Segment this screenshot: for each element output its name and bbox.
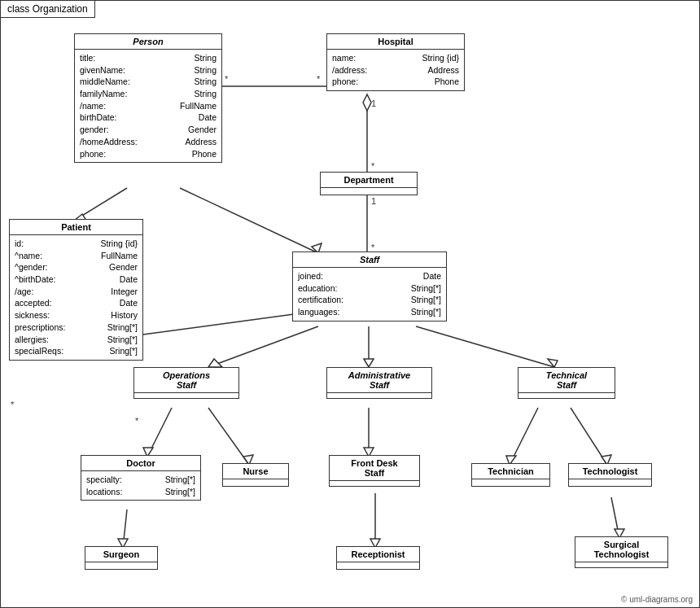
front-desk-staff-name: Front DeskStaff <box>330 456 419 481</box>
staff-name: Staff <box>293 252 446 268</box>
administrative-staff-name: AdministrativeStaff <box>327 368 431 393</box>
technician-class: Technician <box>471 463 550 487</box>
technologist-class: Technologist <box>568 463 652 487</box>
patient-class: Patient id:String {id} ^name:FullName ^g… <box>9 219 143 361</box>
svg-marker-21 <box>548 359 558 367</box>
svg-text:*: * <box>225 74 229 84</box>
svg-line-30 <box>571 408 607 465</box>
nurse-name: Nurse <box>223 464 288 479</box>
svg-line-20 <box>416 326 554 367</box>
technologist-name: Technologist <box>569 464 651 479</box>
svg-text:*: * <box>135 416 139 426</box>
svg-line-28 <box>510 408 538 465</box>
patient-attrs: id:String {id} ^name:FullName ^gender:Ge… <box>10 235 142 360</box>
operations-staff-class: OperationsStaff <box>133 367 239 399</box>
front-desk-staff-class: Front DeskStaff <box>329 455 420 487</box>
doctor-class: Doctor specialty:String[*] locations:Str… <box>81 455 201 501</box>
staff-class: Staff joined:Date education:String[*] ce… <box>292 252 447 321</box>
technician-attrs <box>472 479 549 486</box>
svg-text:1: 1 <box>371 98 376 108</box>
technical-staff-attrs <box>518 393 615 398</box>
surgical-technologist-attrs <box>575 562 667 567</box>
doctor-attrs: specialty:String[*] locations:String[*] <box>81 471 200 500</box>
technician-name: Technician <box>472 464 549 479</box>
receptionist-class: Receptionist <box>336 546 420 570</box>
operations-staff-attrs <box>134 393 238 398</box>
surgeon-attrs <box>85 562 157 569</box>
nurse-class: Nurse <box>222 463 289 487</box>
hospital-class: Hospital name:String {id} /address:Addre… <box>326 33 465 91</box>
department-class: Department <box>320 172 418 195</box>
copyright: © uml-diagrams.org <box>621 595 693 604</box>
staff-attrs: joined:Date education:String[*] certific… <box>293 268 446 321</box>
svg-line-16 <box>208 326 318 367</box>
svg-line-24 <box>208 408 249 465</box>
svg-marker-17 <box>208 359 222 367</box>
technologist-attrs <box>569 479 651 486</box>
person-class: Person title:String givenName:String mid… <box>74 33 222 163</box>
technical-staff-class: TechnicalStaff <box>518 367 615 399</box>
receptionist-attrs <box>337 562 419 569</box>
person-attrs: title:String givenName:String middleName… <box>75 50 221 162</box>
svg-text:*: * <box>317 74 321 84</box>
surgeon-class: Surgeon <box>85 546 158 570</box>
administrative-staff-class: AdministrativeStaff <box>326 367 432 399</box>
surgical-technologist-name: SurgicalTechnologist <box>575 537 667 562</box>
technical-staff-name: TechnicalStaff <box>518 368 615 393</box>
department-name: Department <box>321 173 417 188</box>
diagram-container: class Organization * * 1 * 1 * * <box>0 0 700 608</box>
svg-line-12 <box>180 188 318 253</box>
svg-text:*: * <box>371 161 375 171</box>
person-name: Person <box>75 34 221 50</box>
surgical-technologist-class: SurgicalTechnologist <box>575 536 668 568</box>
front-desk-staff-attrs <box>330 481 419 486</box>
patient-name: Patient <box>10 220 142 235</box>
hospital-attrs: name:String {id} /address:Address phone:… <box>327 50 464 90</box>
nurse-attrs <box>223 479 288 486</box>
svg-text:*: * <box>11 400 15 409</box>
svg-line-32 <box>123 510 127 548</box>
svg-marker-19 <box>364 359 374 367</box>
hospital-name: Hospital <box>327 34 464 50</box>
svg-line-36 <box>611 497 619 538</box>
receptionist-name: Receptionist <box>337 547 419 562</box>
administrative-staff-attrs <box>327 393 431 398</box>
svg-line-10 <box>74 188 127 221</box>
svg-line-22 <box>147 408 172 457</box>
surgeon-name: Surgeon <box>85 547 157 562</box>
department-attrs <box>321 188 417 195</box>
svg-text:1: 1 <box>371 196 376 206</box>
doctor-name: Doctor <box>81 456 200 471</box>
svg-marker-4 <box>363 94 371 111</box>
diagram-title: class Organization <box>1 1 95 18</box>
operations-staff-name: OperationsStaff <box>134 368 238 393</box>
